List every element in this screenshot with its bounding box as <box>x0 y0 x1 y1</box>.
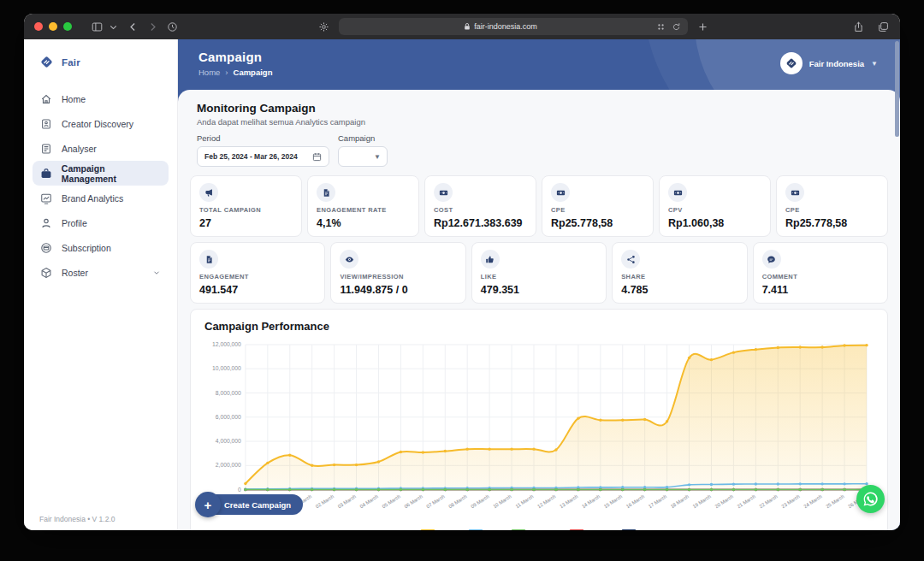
money-icon <box>551 183 570 202</box>
svg-text:23 March: 23 March <box>780 493 800 509</box>
legend-swatch <box>569 529 584 530</box>
eye-icon <box>340 250 358 269</box>
svg-text:18 March: 18 March <box>670 493 690 509</box>
subscription-icon <box>40 241 53 254</box>
legend-item-like[interactable]: Like <box>468 529 499 530</box>
sidebar-item-label: Roster <box>62 268 88 278</box>
legend-item-shared[interactable]: Shared <box>569 529 608 530</box>
stat-card-engagement-rate: ENGAGEMENT RATE4,1% <box>307 175 419 237</box>
chevron-down-icon[interactable] <box>107 21 120 33</box>
stat-label: SHARE <box>621 273 737 280</box>
sidebar: Fair HomeCreator DiscoveryAnalyserCampai… <box>24 39 178 530</box>
legend-swatch <box>468 529 483 530</box>
svg-text:11 March: 11 March <box>514 493 534 509</box>
new-tab-icon[interactable] <box>696 21 709 33</box>
breadcrumb-separator: › <box>225 68 228 77</box>
legend-item-comment[interactable]: Comment <box>511 529 558 530</box>
sidebar-item-home[interactable]: Home <box>33 86 169 111</box>
svg-text:03 March: 03 March <box>337 493 357 509</box>
roster-icon <box>40 266 53 279</box>
traffic-lights <box>34 22 72 31</box>
monitoring-subtitle: Anda dapat melihat semua Analytics campa… <box>197 117 888 127</box>
sidebar-item-label: Brand Analytics <box>62 193 123 204</box>
browser-window: fair-indonesia.com Fair HomeCreator Disc… <box>24 14 900 530</box>
stat-label: ENGAGEMENT <box>199 273 316 280</box>
chart-svg: 02,000,0004,000,0006,000,0008,000,00010,… <box>204 336 874 529</box>
sidebar-item-profile[interactable]: Profile <box>33 210 169 235</box>
address-bar[interactable]: fair-indonesia.com <box>339 18 688 35</box>
lock-icon <box>464 22 471 31</box>
stat-value: 7.411 <box>762 284 879 296</box>
gear-icon[interactable] <box>317 21 330 33</box>
sidebar-item-analyser[interactable]: Analyser <box>33 136 169 161</box>
sidebar-item-creator-discovery[interactable]: Creator Discovery <box>33 111 169 136</box>
profile-icon <box>40 216 53 229</box>
svg-text:12,000,000: 12,000,000 <box>212 341 241 347</box>
campaign-performance-chart: 02,000,0004,000,0006,000,0008,000,00010,… <box>204 336 874 529</box>
share-icon[interactable] <box>852 21 865 33</box>
breadcrumb-item[interactable]: Home <box>198 68 220 77</box>
svg-text:12 March: 12 March <box>536 493 556 509</box>
legend-label: Comment <box>530 529 558 530</box>
stat-value: Rp25.778,58 <box>785 217 879 229</box>
svg-text:25 March: 25 March <box>825 493 844 509</box>
zoom-window-button[interactable] <box>63 22 72 31</box>
period-date-input[interactable]: Feb 25, 2024 - Mar 26, 2024 <box>197 146 329 167</box>
sidebar-item-label: Home <box>62 94 86 104</box>
thumbs-up-icon <box>481 250 500 269</box>
forward-button[interactable] <box>146 21 159 33</box>
sidebar-item-subscription[interactable]: Subscription <box>33 235 169 260</box>
svg-text:06 March: 06 March <box>403 493 423 509</box>
stat-value: Rp12.671.383.639 <box>434 217 527 229</box>
legend-item-saved[interactable]: Saved <box>621 529 658 530</box>
stat-value: Rp1.060,38 <box>668 217 761 229</box>
extension-icon[interactable] <box>656 22 666 32</box>
stat-card-cpe: CPERp25.778,58 <box>542 175 654 237</box>
svg-text:0: 0 <box>238 487 241 493</box>
scrollbar-thumb[interactable] <box>895 41 899 137</box>
sidebar-toggle-icon[interactable] <box>91 21 104 33</box>
sidebar-item-campaign-management[interactable]: Campaign Management <box>33 161 169 186</box>
stat-card-view-impression: VIEW/IMPRESSION11.949.875 / 0 <box>330 242 465 304</box>
stat-card-comment: COMMENT7.411 <box>753 242 888 304</box>
briefcase-icon <box>40 167 53 180</box>
svg-text:17 March: 17 March <box>648 493 667 509</box>
campaign-select[interactable]: ▼ <box>338 146 388 167</box>
document-icon <box>317 183 335 202</box>
history-icon[interactable] <box>166 21 179 33</box>
account-menu[interactable]: Fair Indonesia ▼ <box>780 52 878 74</box>
svg-text:6,000,000: 6,000,000 <box>216 414 241 420</box>
stat-label: VIEW/IMPRESSION <box>340 273 456 280</box>
breadcrumb-item[interactable]: Campaign <box>234 68 273 77</box>
close-window-button[interactable] <box>34 22 43 31</box>
svg-text:13 March: 13 March <box>559 493 578 509</box>
tab-overview-icon[interactable] <box>877 21 890 33</box>
plus-icon: + <box>195 492 221 517</box>
stat-label: CPE <box>551 206 644 214</box>
create-campaign-button[interactable]: + Create Campaign <box>195 493 303 516</box>
svg-text:14 March: 14 March <box>581 493 601 509</box>
document-icon <box>199 250 218 269</box>
sidebar-item-label: Profile <box>62 218 87 228</box>
stat-label: LIKE <box>481 273 597 280</box>
legend-swatch <box>511 529 526 530</box>
minimize-window-button[interactable] <box>49 22 57 31</box>
svg-text:15 March: 15 March <box>603 493 623 509</box>
app-logo: Fair <box>33 51 169 71</box>
back-button[interactable] <box>127 21 139 33</box>
legend-label: Like <box>487 529 499 530</box>
stats-row-2: ENGAGEMENT491.547VIEW/IMPRESSION11.949.8… <box>190 242 888 304</box>
stat-label: COMMENT <box>762 273 879 280</box>
campaign-filter-label: Campaign <box>338 133 388 143</box>
svg-text:22 March: 22 March <box>758 493 778 509</box>
svg-text:05 March: 05 March <box>382 493 401 509</box>
whatsapp-button[interactable] <box>856 485 885 513</box>
brand-analytics-icon <box>40 192 53 204</box>
legend-item-views[interactable]: Views <box>420 529 456 530</box>
sidebar-item-roster[interactable]: Roster <box>33 260 169 285</box>
sidebar-item-brand-analytics[interactable]: Brand Analytics <box>33 186 169 210</box>
svg-text:10,000,000: 10,000,000 <box>212 365 241 371</box>
main-area: Campaign Home›Campaign Fair Indonesia ▼ … <box>178 39 900 530</box>
svg-text:04 March: 04 March <box>359 493 379 509</box>
reload-icon[interactable] <box>672 22 681 32</box>
